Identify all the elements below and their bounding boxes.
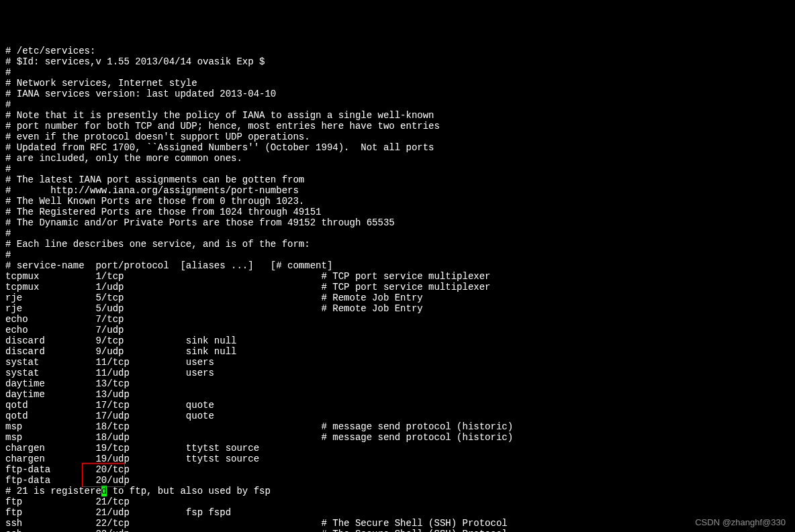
- file-comment-line: # The Dynamic and/or Private Ports are t…: [5, 217, 790, 228]
- file-comment-line: # service-name port/protocol [aliases ..…: [5, 260, 790, 271]
- service-entry: ftp-data 20/udp: [5, 475, 790, 486]
- service-entry: qotd 17/udp quote: [5, 411, 790, 421]
- file-comment-line: # Network services, Internet style: [5, 78, 790, 89]
- service-entry: daytime 13/tcp: [5, 378, 790, 389]
- file-comment-line: # are included, only the more common one…: [5, 153, 790, 164]
- file-comment-line: # Updated from RFC 1700, ``Assigned Numb…: [5, 142, 790, 153]
- service-entry: msp 18/udp # message send protocol (hist…: [5, 432, 790, 443]
- file-comment-line: # $Id: services,v 1.55 2013/04/14 ovasik…: [5, 56, 790, 67]
- service-entry: chargen 19/tcp ttytst source: [5, 443, 790, 454]
- service-entry: chargen 19/udp ttytst source: [5, 454, 790, 464]
- file-comment-line: # even if the protocol doesn't support U…: [5, 131, 790, 142]
- service-entry: rje 5/udp # Remote Job Entry: [5, 303, 790, 314]
- file-comment-line: # Each line describes one service, and i…: [5, 239, 790, 250]
- service-entry: daytime 13/udp: [5, 389, 790, 400]
- file-comment-line: #: [5, 67, 790, 78]
- service-entry: ftp 21/tcp: [5, 496, 790, 507]
- file-comment-line: # The Registered Ports are those from 10…: [5, 207, 790, 217]
- service-entry: systat 11/udp users: [5, 368, 790, 378]
- service-entry: rje 5/tcp # Remote Job Entry: [5, 292, 790, 303]
- file-comment-line: # The latest IANA port assignments can b…: [5, 174, 790, 185]
- service-entry: qotd 17/tcp quote: [5, 400, 790, 411]
- file-comment-line: #: [5, 99, 790, 110]
- service-entry: echo 7/udp: [5, 325, 790, 335]
- service-entry: tcpmux 1/tcp # TCP port service multiple…: [5, 271, 790, 282]
- service-entry: ssh 22/udp # The Secure Shell (SSH) Prot…: [5, 529, 790, 532]
- service-entry: ftp 21/udp fsp fspd: [5, 507, 790, 518]
- file-comment-line: # http://www.iana.org/assignments/port-n…: [5, 185, 790, 196]
- text-cursor: d: [101, 486, 107, 496]
- service-entry: systat 11/tcp users: [5, 357, 790, 368]
- file-comment-line: # Note that it is presently the policy o…: [5, 110, 790, 121]
- service-entry: tcpmux 1/udp # TCP port service multiple…: [5, 282, 790, 292]
- file-comment-line: # port number for both TCP and UDP; henc…: [5, 121, 790, 131]
- file-comment-line: # IANA services version: last updated 20…: [5, 89, 790, 99]
- service-entry: ssh 22/tcp # The Secure Shell (SSH) Prot…: [5, 518, 790, 529]
- file-comment-line: # The Well Known Ports are those from 0 …: [5, 196, 790, 207]
- file-comment-line: #: [5, 164, 790, 174]
- service-entry: ftp-data 20/tcp: [5, 464, 790, 475]
- file-comment-line: # /etc/services:: [5, 46, 790, 56]
- terminal-output[interactable]: # /etc/services:# $Id: services,v 1.55 2…: [5, 46, 790, 532]
- service-entry: msp 18/tcp # message send protocol (hist…: [5, 421, 790, 432]
- file-comment-line-cursor: # 21 is registered to ftp, but also used…: [5, 486, 790, 496]
- file-comment-line: #: [5, 228, 790, 239]
- service-entry: discard 9/tcp sink null: [5, 335, 790, 346]
- file-comment-line: #: [5, 250, 790, 260]
- service-entry: discard 9/udp sink null: [5, 346, 790, 357]
- service-entry: echo 7/tcp: [5, 314, 790, 325]
- watermark-text: CSDN @zhanghf@330: [695, 517, 786, 528]
